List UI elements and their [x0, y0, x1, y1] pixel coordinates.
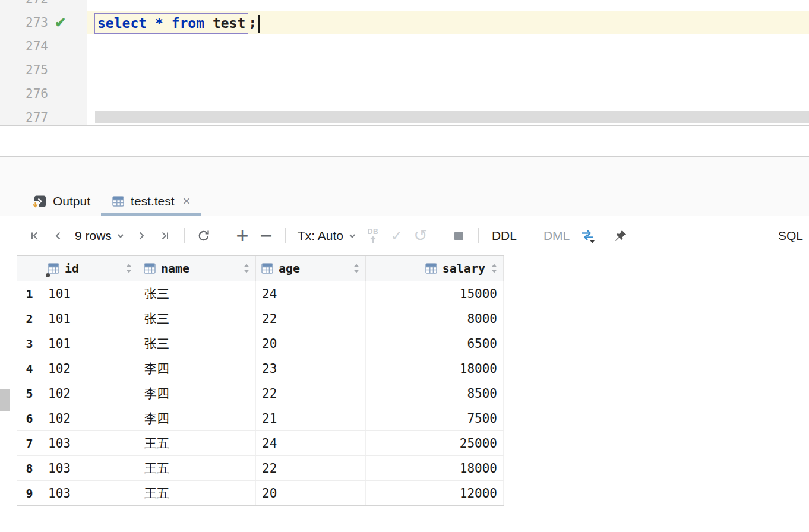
- grid-cell-age[interactable]: 22: [256, 456, 366, 480]
- commit-button[interactable]: ✓: [387, 224, 407, 248]
- tab-output[interactable]: Output: [21, 187, 101, 216]
- result-grid: idnameagesalary 1101张三24150002101张三22800…: [17, 255, 504, 506]
- table-row[interactable]: 9103王五2012000: [17, 481, 504, 506]
- row-number[interactable]: 3: [17, 331, 42, 356]
- row-number[interactable]: 2: [17, 306, 42, 331]
- row-number[interactable]: 9: [17, 481, 42, 505]
- ddl-button[interactable]: DDL: [486, 229, 523, 243]
- grid-cell-salary[interactable]: 12000: [366, 481, 504, 505]
- table-row[interactable]: 4102李四2318000: [17, 356, 504, 381]
- table-row[interactable]: 3101张三206500: [17, 331, 504, 356]
- dialect-label: SQL: [778, 229, 803, 243]
- sort-icon[interactable]: [125, 262, 133, 274]
- grid-cell-id[interactable]: 101: [42, 281, 138, 306]
- tab-test-table[interactable]: test.test ×: [101, 187, 201, 216]
- add-row-button[interactable]: +: [232, 224, 252, 248]
- grid-cell-age[interactable]: 21: [256, 406, 366, 430]
- grid-cell-name[interactable]: 李四: [138, 381, 256, 406]
- grid-cell-salary[interactable]: 8000: [366, 306, 504, 331]
- grid-cell-name[interactable]: 张三: [138, 281, 256, 306]
- submit-to-database-button[interactable]: DB: [363, 224, 383, 248]
- first-page-button[interactable]: [24, 224, 45, 248]
- sort-icon[interactable]: [490, 262, 498, 274]
- grid-cell-id[interactable]: 102: [42, 381, 138, 406]
- line-number: 277: [0, 106, 87, 126]
- sort-icon[interactable]: [352, 262, 361, 274]
- column-header-age[interactable]: age: [256, 256, 366, 281]
- rollback-button[interactable]: ↺: [410, 224, 431, 248]
- line-number: 276: [0, 82, 87, 106]
- grid-cell-id[interactable]: 102: [42, 406, 138, 430]
- table-row[interactable]: 8103王五2218000: [17, 456, 504, 481]
- table-row[interactable]: 5102李四228500: [17, 381, 504, 406]
- grid-cell-salary[interactable]: 6500: [366, 331, 504, 356]
- grid-cell-age[interactable]: 24: [256, 431, 366, 455]
- pin-icon: [614, 229, 627, 243]
- grid-cell-name[interactable]: 张三: [138, 306, 256, 331]
- row-number[interactable]: 1: [17, 281, 42, 306]
- pin-tab-button[interactable]: [610, 224, 630, 248]
- horizontal-scrollbar[interactable]: [95, 111, 809, 123]
- grid-cell-name[interactable]: 王五: [138, 481, 256, 505]
- grid-cell-id[interactable]: 103: [42, 481, 138, 505]
- sort-icon[interactable]: [242, 262, 251, 274]
- grid-cell-salary[interactable]: 25000: [366, 431, 504, 455]
- column-header-name[interactable]: name: [138, 256, 256, 281]
- grid-cell-id[interactable]: 101: [42, 306, 138, 331]
- gutter-line: 276: [0, 82, 87, 106]
- table-row[interactable]: 6102李四217500: [17, 406, 504, 431]
- grid-cell-salary[interactable]: 18000: [366, 456, 504, 480]
- row-number[interactable]: 4: [17, 356, 42, 381]
- grid-cell-salary[interactable]: 18000: [366, 356, 504, 381]
- grid-cell-id[interactable]: 103: [42, 456, 138, 480]
- table-row[interactable]: 1101张三2415000: [17, 281, 504, 306]
- gutter-line: 273✔: [0, 11, 87, 34]
- grid-cell-age[interactable]: 22: [256, 381, 366, 406]
- tab-output-label: Output: [53, 194, 90, 208]
- grid-cell-name[interactable]: 李四: [138, 406, 256, 430]
- column-header-salary[interactable]: salary: [366, 256, 504, 281]
- delete-row-button[interactable]: −: [256, 224, 276, 248]
- grid-cell-salary[interactable]: 7500: [366, 406, 504, 430]
- row-number[interactable]: 5: [17, 381, 42, 406]
- reload-data-button[interactable]: [194, 224, 214, 248]
- last-page-button[interactable]: [155, 224, 175, 248]
- compare-data-button[interactable]: [577, 224, 598, 248]
- sql-statement[interactable]: select * from test;: [94, 11, 260, 34]
- table-row[interactable]: 7103王五2425000: [17, 431, 504, 456]
- toolbar-separator: [530, 228, 530, 243]
- row-number[interactable]: 7: [17, 431, 42, 455]
- next-page-button[interactable]: [131, 224, 151, 248]
- grid-cell-name[interactable]: 王五: [138, 456, 256, 480]
- grid-cell-salary[interactable]: 8500: [366, 381, 504, 406]
- grid-cell-age[interactable]: 20: [256, 331, 366, 356]
- close-tab-icon[interactable]: ×: [183, 195, 191, 208]
- grid-cell-name[interactable]: 王五: [138, 431, 256, 455]
- gutter-line: 277: [0, 106, 87, 126]
- row-number[interactable]: 8: [17, 456, 42, 480]
- undo-icon: ↺: [413, 227, 427, 244]
- grid-cell-id[interactable]: 102: [42, 356, 138, 381]
- row-number[interactable]: 6: [17, 406, 42, 430]
- transaction-mode-selector[interactable]: Tx: Auto: [298, 229, 356, 243]
- dml-button[interactable]: DML: [538, 229, 576, 243]
- grid-cell-age[interactable]: 22: [256, 306, 366, 331]
- grid-cell-age[interactable]: 20: [256, 481, 366, 505]
- semicolon-token: ;: [248, 15, 257, 30]
- left-splitter-handle[interactable]: [0, 389, 10, 411]
- statement-highlight-box: select * from test: [94, 13, 248, 34]
- page-size-selector[interactable]: 9 rows: [75, 229, 125, 243]
- column-header-id[interactable]: id: [42, 256, 138, 281]
- stop-button[interactable]: [449, 224, 469, 248]
- grid-cell-name[interactable]: 李四: [138, 356, 256, 381]
- grid-cell-salary[interactable]: 15000: [366, 281, 504, 306]
- grid-cell-id[interactable]: 103: [42, 431, 138, 455]
- grid-cell-name[interactable]: 张三: [138, 331, 256, 356]
- grid-body: 1101张三24150002101张三2280003101张三206500410…: [17, 281, 504, 506]
- sql-editor[interactable]: 272273✔274275276277 select * from test;: [0, 0, 809, 126]
- previous-page-button[interactable]: [48, 224, 68, 248]
- grid-cell-age[interactable]: 24: [256, 281, 366, 306]
- grid-cell-age[interactable]: 23: [256, 356, 366, 381]
- grid-cell-id[interactable]: 101: [42, 331, 138, 356]
- table-row[interactable]: 2101张三228000: [17, 306, 504, 331]
